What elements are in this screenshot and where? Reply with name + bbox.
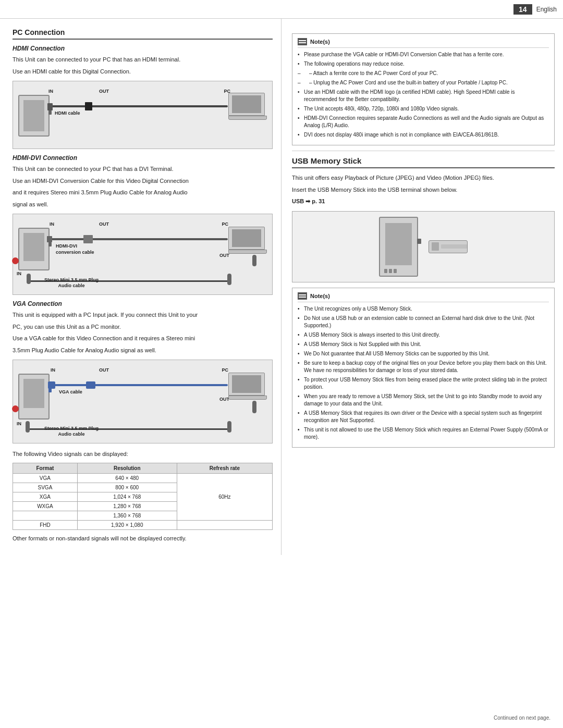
note-item: A USB Memory Stick is Not Supplied with …: [298, 341, 549, 348]
table-cell-resolution: 800 × 600: [77, 483, 177, 492]
note-item: When you are ready to remove a USB Memor…: [298, 393, 549, 408]
note-item: A USB Memory Stick that requires its own…: [298, 410, 549, 424]
vga-in2: IN: [17, 421, 21, 426]
table-cell-format: SVGA: [13, 483, 78, 492]
usb-ref: USB ➡ p. 31: [292, 197, 555, 206]
notes-bottom-title: Note(s): [310, 293, 330, 299]
note-item: A USB Memory Stick is always inserted to…: [298, 331, 549, 339]
hdmi-in-label: IN: [48, 89, 53, 94]
hdmi-dvi-pc-label: PC: [222, 221, 228, 227]
left-column: PC Connection HDMI Connection This Unit …: [0, 19, 282, 555]
vga-diagram: PC IN OUT IN: [13, 360, 273, 443]
table-cell-format: XGA: [13, 492, 78, 501]
note-item: Use an HDMI cable with the HDMI logo (a …: [298, 89, 549, 103]
notes-top-box: Note(s) Please purchase the VGA cable or…: [292, 33, 555, 145]
usb-diagram: [292, 211, 555, 282]
note-item: Do Not use a USB hub or an extension cab…: [298, 315, 549, 329]
video-signals-section: The following Video signals can be displ…: [13, 450, 273, 542]
vga-pc-label: PC: [222, 367, 228, 373]
hdmi-out-label: OUT: [99, 89, 109, 94]
table-cell-resolution: 1,360 × 768: [77, 511, 177, 520]
hdmi-text2: Use an HDMI cable for this Digital Conne…: [13, 67, 273, 76]
usb-section: USB Memory Stick This unit offers easy P…: [292, 156, 555, 448]
divider: [292, 151, 555, 151]
hdmi-dvi-in2: IN: [17, 271, 21, 276]
pc-connection-title: PC Connection: [13, 28, 273, 40]
table-header-refresh: Refresh rate: [177, 463, 272, 473]
notes-icon: [298, 38, 307, 45]
notes-icon-bottom: [298, 292, 307, 300]
note-item: We Do Not guarantee that All USB Memory …: [298, 350, 549, 357]
table-cell-refresh: 60Hz: [177, 473, 272, 520]
vga-out-label: OUT: [99, 367, 109, 373]
vga-in-label: IN: [51, 367, 55, 373]
table-cell-resolution: 1,280 × 768: [77, 501, 177, 511]
table-cell-refresh-empty: [177, 520, 272, 529]
note-item: This unit is not allowed to use the USB …: [298, 426, 549, 441]
usb-ref-text: USB ➡ p. 31: [292, 198, 325, 204]
table-header-format: Format: [13, 463, 78, 473]
note-item: DVI does not display 480i image which is…: [298, 131, 549, 139]
note-item: The following operations may reduce nois…: [298, 60, 549, 68]
page-number: 14: [513, 4, 532, 15]
hdmi-text1: This Unit can be connected to your PC th…: [13, 55, 273, 64]
usb-text2: Insert the USB Memory Stick into the USB…: [292, 186, 555, 194]
hdmi-dvi-text2: Use an HDMI-DVI Conversion Cable for thi…: [13, 177, 273, 186]
table-cell-format: [13, 511, 78, 520]
table-cell-resolution: 1,920 × 1,080: [77, 520, 177, 529]
note-item: The Unit accepts 480i, 480p, 720p, 1080i…: [298, 105, 549, 113]
usb-text1: This unit offers easy Playback of Pictur…: [292, 174, 555, 182]
notes-bottom-list: The Unit recognizes only a USB Memory St…: [298, 305, 549, 441]
video-signals-text: The following Video signals can be displ…: [13, 450, 273, 459]
hdmi-dvi-audio-label: Stereo Mini 3.5 mm PlugAudio cable: [44, 277, 99, 289]
vga-audio-label: Stereo Mini 3.5 mm PlugAudio cable: [44, 426, 99, 438]
vga-title: VGA Connection: [13, 300, 273, 307]
note-item: The Unit recognizes only a USB Memory St…: [298, 305, 549, 313]
table-row: VGA 640 × 480 60Hz: [13, 473, 273, 483]
hdmi-dvi-out1-label: OUT: [99, 221, 109, 227]
hdmi-connection-title: HDMI Connection: [13, 45, 273, 52]
notes-bottom-header: Note(s): [298, 292, 549, 302]
table-row: FHD 1,920 × 1,080: [13, 520, 273, 529]
note-sub-item: – Attach a ferrite core to the AC Power …: [298, 70, 549, 77]
note-item: Please purchase the VGA cable or HDMI-DV…: [298, 51, 549, 58]
notes-bottom-box: Note(s) The Unit recognizes only a USB M…: [292, 288, 555, 448]
note-item: HDMI-DVI Connection requires separate Au…: [298, 115, 549, 129]
notes-top-list: Please purchase the VGA cable or HDMI-DV…: [298, 51, 549, 139]
hdmi-diagram: IN OUT PC HDMI cable: [13, 81, 273, 149]
footer-note: Other formats or non-standard signals wi…: [13, 534, 273, 543]
hdmi-dvi-section: HDMI-DVI Connection This Unit can be con…: [13, 154, 273, 295]
table-cell-format: VGA: [13, 473, 78, 483]
notes-top-title: Note(s): [310, 39, 330, 45]
table-cell-format: FHD: [13, 520, 78, 529]
hdmi-dvi-text4: signal as well.: [13, 200, 273, 209]
notes-top-header: Note(s): [298, 38, 549, 48]
vga-text1: This unit is equipped with a PC Input ja…: [13, 311, 273, 319]
page-header: 14 English: [0, 0, 563, 19]
language-label: English: [536, 6, 557, 13]
hdmi-cable-label: HDMI cable: [55, 110, 80, 116]
table-cell-resolution: 640 × 480: [77, 473, 177, 483]
hdmi-dvi-text3: and it requires Stereo mini 3.5mm Plug A…: [13, 188, 273, 197]
table-header-resolution: Resolution: [77, 463, 177, 473]
hdmi-dvi-cable-label: HDMI-DVIconversion cable: [56, 243, 94, 255]
note-item: Be sure to keep a backup copy of the ori…: [298, 360, 549, 374]
note-sub-item: – Unplug the AC Power Cord and use the b…: [298, 79, 549, 87]
main-content: PC Connection HDMI Connection This Unit …: [0, 19, 563, 555]
vga-text2: PC, you can use this Unit as a PC monito…: [13, 323, 273, 331]
footer-text: Continued on next page.: [494, 715, 550, 721]
vga-text3: Use a VGA cable for this Video Connectio…: [13, 334, 273, 343]
hdmi-dvi-text1: This Unit can be connected to your PC th…: [13, 165, 273, 174]
hdmi-dvi-title: HDMI-DVI Connection: [13, 154, 273, 162]
video-formats-table: Format Resolution Refresh rate VGA 640 ×…: [13, 463, 273, 530]
vga-section: VGA Connection This unit is equipped wit…: [13, 300, 273, 443]
vga-cable-label: VGA cable: [59, 389, 82, 394]
vga-text4: 3.5mm Plug Audio Cable for Analog Audio …: [13, 346, 273, 355]
page-footer: Continued on next page.: [494, 715, 550, 721]
hdmi-dvi-in-label: IN: [50, 221, 54, 227]
hdmi-dvi-diagram: PC IN OUT IN: [13, 214, 273, 295]
note-item: To protect your USB Memory Stick files f…: [298, 376, 549, 391]
usb-title: USB Memory Stick: [292, 156, 555, 168]
table-cell-resolution: 1,024 × 768: [77, 492, 177, 501]
table-cell-format: WXGA: [13, 501, 78, 511]
